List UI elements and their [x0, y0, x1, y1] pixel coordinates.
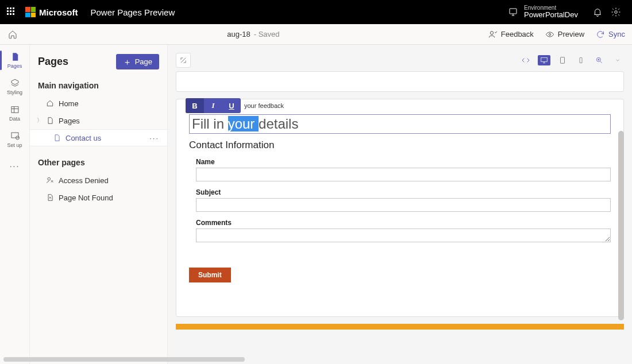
- preview-button[interactable]: Preview: [545, 30, 584, 39]
- app-title: Power Pages Preview: [91, 7, 175, 17]
- rail-styling[interactable]: Styling: [0, 73, 29, 100]
- zoom-button[interactable]: [593, 55, 606, 65]
- code-icon: [521, 56, 530, 65]
- setup-icon: [10, 131, 20, 141]
- subject-field-label: Subject: [196, 188, 611, 196]
- data-icon: [10, 104, 20, 115]
- canvas: B I U your feedback Fill in your details…: [168, 45, 632, 364]
- page-icon: [10, 52, 20, 62]
- bell-icon: [592, 7, 603, 17]
- tablet-icon: [558, 56, 567, 64]
- ellipsis-icon: ···: [10, 161, 20, 171]
- svg-rect-4: [11, 107, 18, 113]
- tree-access-denied[interactable]: Access Denied: [30, 172, 167, 189]
- expand-arrow-button[interactable]: [176, 53, 191, 68]
- rail-data[interactable]: Data: [0, 100, 29, 126]
- other-pages-label: Other pages: [30, 154, 167, 172]
- italic-button[interactable]: I: [204, 98, 222, 113]
- mobile-view-button[interactable]: [575, 55, 587, 65]
- submit-button[interactable]: Submit: [189, 268, 231, 282]
- tree-pages[interactable]: 〉 Pages: [30, 112, 167, 129]
- svg-point-2: [490, 31, 493, 34]
- svg-rect-5: [11, 133, 18, 138]
- rail-pages[interactable]: Pages: [0, 47, 29, 73]
- zoom-dropdown[interactable]: [611, 55, 624, 65]
- canvas-form-section[interactable]: B I U your feedback Fill in your details…: [176, 99, 624, 317]
- form-section-title: Contact Information: [189, 140, 611, 151]
- settings-button[interactable]: [607, 3, 625, 21]
- global-header: Microsoft Power Pages Preview Environmen…: [0, 0, 632, 24]
- comments-input[interactable]: [196, 229, 611, 242]
- code-view-button[interactable]: [519, 55, 532, 65]
- mobile-icon: [577, 56, 584, 64]
- page-icon: [46, 117, 54, 125]
- microsoft-logo-icon: [25, 7, 36, 17]
- eye-icon: [545, 30, 554, 39]
- svg-point-1: [615, 11, 618, 14]
- text-format-toolbar: B I U your feedback: [186, 98, 284, 113]
- microsoft-logo: Microsoft: [25, 7, 78, 17]
- tablet-view-button[interactable]: [556, 55, 569, 65]
- subject-input[interactable]: [196, 198, 611, 212]
- zoom-icon: [595, 56, 603, 64]
- page-icon: [53, 134, 61, 142]
- desktop-view-button[interactable]: [538, 55, 550, 65]
- save-status: - Saved: [254, 30, 280, 38]
- toolbar-context-text: your feedback: [244, 102, 284, 109]
- feedback-button[interactable]: Feedback: [488, 30, 534, 39]
- environment-picker[interactable]: Environment PowerPortalDev: [508, 5, 578, 19]
- panel-title: Pages: [38, 56, 68, 68]
- document-status: aug-18 - Saved: [18, 30, 488, 38]
- app-launcher-icon[interactable]: [7, 7, 16, 17]
- access-denied-icon: [46, 176, 54, 184]
- home-icon: [46, 99, 54, 107]
- chevron-down-icon: [615, 57, 621, 63]
- tree-home[interactable]: Home: [30, 95, 167, 112]
- tree-page-not-found[interactable]: Page Not Found: [30, 189, 167, 206]
- page-not-found-icon: [46, 193, 54, 202]
- svg-point-3: [549, 33, 550, 35]
- plus-icon: ＋: [123, 57, 132, 66]
- feedback-icon: [488, 30, 498, 39]
- tree-contact-us[interactable]: Contact us ···: [30, 129, 167, 146]
- brand-wordmark: Microsoft: [39, 7, 78, 17]
- canvas-footer-bar: [176, 324, 624, 330]
- name-field-label: Name: [196, 158, 611, 166]
- svg-point-7: [48, 177, 51, 180]
- desktop-icon: [539, 56, 549, 64]
- bold-button[interactable]: B: [186, 98, 204, 113]
- svg-rect-0: [510, 9, 517, 14]
- name-input[interactable]: [196, 168, 611, 181]
- main-nav-label: Main navigation: [30, 78, 167, 95]
- svg-rect-10: [580, 58, 582, 63]
- environment-icon: [508, 7, 518, 17]
- styling-icon: [10, 78, 20, 88]
- headline-edit-box[interactable]: Fill in your details: [189, 114, 611, 134]
- command-bar: aug-18 - Saved Feedback Preview Sync: [0, 24, 632, 45]
- item-more-icon[interactable]: ···: [149, 134, 159, 142]
- expand-arrow-icon: [179, 56, 187, 64]
- sync-button[interactable]: Sync: [596, 30, 625, 39]
- notifications-button[interactable]: [588, 3, 607, 21]
- vertical-scrollbar[interactable]: [618, 131, 624, 320]
- chevron-right-icon[interactable]: 〉: [37, 117, 43, 125]
- document-name: aug-18: [227, 30, 250, 38]
- environment-value: PowerPortalDev: [524, 11, 578, 19]
- sync-icon: [596, 30, 605, 39]
- canvas-section-spacer[interactable]: [176, 71, 624, 92]
- canvas-toolbar: [176, 53, 624, 68]
- left-rail: Pages Styling Data Set up ···: [0, 45, 30, 364]
- pages-panel: Pages ＋ Page Main navigation Home 〉 Page…: [30, 45, 168, 364]
- gear-icon: [611, 7, 621, 17]
- horizontal-scrollbar[interactable]: [3, 357, 245, 362]
- add-page-button[interactable]: ＋ Page: [116, 54, 159, 69]
- svg-rect-9: [561, 57, 565, 64]
- svg-rect-8: [541, 57, 548, 61]
- text-selection: your: [228, 116, 259, 131]
- rail-setup[interactable]: Set up: [0, 126, 29, 153]
- rail-more[interactable]: ···: [0, 153, 29, 179]
- home-icon[interactable]: [7, 29, 18, 40]
- underline-button[interactable]: U: [222, 98, 241, 113]
- comments-field-label: Comments: [196, 219, 611, 227]
